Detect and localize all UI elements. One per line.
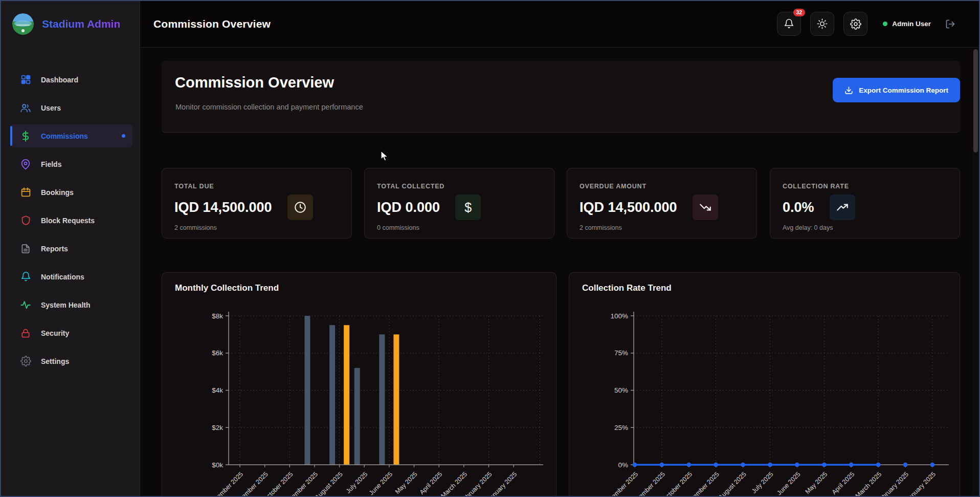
- topbar-title: Commission Overview: [153, 0, 271, 48]
- svg-text:0%: 0%: [618, 461, 628, 469]
- sidebar-item-block-requests[interactable]: Block Requests: [11, 209, 132, 232]
- stat-value: 0.0%: [783, 200, 814, 215]
- dollar-icon: [20, 131, 31, 142]
- sidebar-item-label: Fields: [41, 160, 61, 168]
- sidebar-item-system-health[interactable]: System Health: [11, 293, 132, 316]
- main-content: Commission Overview Monitor commission c…: [140, 48, 970, 497]
- map-pin-icon: [20, 159, 31, 170]
- svg-text:$4k: $4k: [212, 386, 223, 394]
- stat-label: TOTAL DUE: [174, 183, 351, 190]
- sidebar-item-dashboard[interactable]: Dashboard: [11, 68, 132, 91]
- online-status-dot: [883, 21, 887, 26]
- svg-text:$8k: $8k: [212, 312, 223, 320]
- download-icon: [844, 86, 853, 95]
- stat-card-collection-rate: COLLECTION RATE 0.0% Avg delay: 0 days: [770, 168, 960, 239]
- logout-icon: [945, 19, 955, 29]
- trend-down-icon: [693, 195, 718, 220]
- stat-card-total-collected: TOTAL COLLECTED IQD 0.000 $ 0 commission…: [364, 168, 554, 239]
- active-indicator-dot: [122, 134, 125, 138]
- svg-text:May 2025: May 2025: [804, 470, 829, 495]
- stat-value: IQD 14,500.000: [174, 200, 272, 215]
- svg-text:December 2025: December 2025: [602, 470, 639, 497]
- sidebar-item-label: Reports: [41, 245, 68, 253]
- svg-text:$2k: $2k: [212, 424, 223, 431]
- bell-icon: [784, 18, 794, 29]
- grid-icon: [20, 74, 31, 85]
- sidebar-item-commissions[interactable]: Commissions: [11, 124, 132, 147]
- document-icon: [20, 243, 31, 254]
- stat-card-total-due: TOTAL DUE IQD 14,500.000 2 commissions: [162, 168, 352, 239]
- sidebar-item-bookings[interactable]: Bookings: [11, 181, 132, 204]
- sidebar-item-label: Bookings: [41, 188, 74, 197]
- monthly-collection-trend-card: Monthly Collection Trend $8k$6k$4k$2k$0k…: [162, 272, 556, 497]
- svg-text:50%: 50%: [614, 386, 628, 394]
- svg-text:December 2025: December 2025: [207, 470, 244, 497]
- notifications-button[interactable]: 32: [777, 12, 801, 36]
- sun-icon: [817, 18, 828, 29]
- svg-text:October 2025: October 2025: [661, 470, 693, 497]
- monthly-collection-bar-chart: $8k$6k$4k$2k$0kDecember 2025November 202…: [162, 273, 556, 497]
- stat-label: COLLECTION RATE: [783, 183, 960, 190]
- logout-button[interactable]: [945, 19, 955, 29]
- sidebar-item-notifications[interactable]: Notifications: [11, 265, 132, 288]
- clock-icon: [287, 195, 313, 220]
- stadium-logo-icon: [12, 13, 34, 35]
- svg-text:August 2025: August 2025: [314, 470, 344, 497]
- svg-text:$0k: $0k: [212, 461, 223, 469]
- stat-label: TOTAL COLLECTED: [377, 183, 554, 190]
- sidebar-item-label: Security: [41, 329, 69, 337]
- collection-rate-trend-card: Collection Rate Trend 100%75%50%25%0%Dec…: [569, 272, 960, 497]
- page-title: Commission Overview: [175, 74, 334, 91]
- page-subtitle: Monitor commission collection and paymen…: [175, 103, 363, 111]
- sidebar: Dashboard Users Commissions Fields: [0, 48, 140, 497]
- collection-rate-line-chart: 100%75%50%25%0%December 2025November 202…: [569, 273, 960, 497]
- sidebar-item-security[interactable]: Security: [11, 321, 132, 344]
- svg-text:July 2025: July 2025: [750, 470, 775, 495]
- gear-icon: [850, 18, 861, 30]
- calendar-icon: [20, 187, 31, 198]
- sidebar-item-label: Dashboard: [41, 76, 78, 84]
- sidebar-item-users[interactable]: Users: [11, 96, 132, 119]
- export-commission-report-button[interactable]: Export Commission Report: [833, 78, 960, 102]
- svg-text:May 2025: May 2025: [394, 470, 419, 495]
- sidebar-item-reports[interactable]: Reports: [11, 237, 132, 260]
- lock-icon: [20, 328, 31, 339]
- svg-text:July 2025: July 2025: [345, 470, 369, 495]
- sidebar-item-settings[interactable]: Settings: [11, 350, 132, 373]
- scrollbar-thumb[interactable]: [973, 49, 978, 153]
- sidebar-item-label: Settings: [41, 357, 69, 365]
- svg-text:August 2025: August 2025: [717, 470, 748, 497]
- stat-label: OVERDUE AMOUNT: [580, 183, 756, 190]
- sidebar-item-label: Users: [41, 104, 61, 112]
- users-icon: [20, 102, 31, 114]
- notification-badge: 32: [793, 9, 806, 16]
- svg-text:June 2025: June 2025: [775, 470, 801, 496]
- sidebar-item-fields[interactable]: Fields: [11, 153, 132, 176]
- shield-icon: [20, 215, 31, 226]
- settings-button[interactable]: [843, 12, 867, 36]
- stat-value: IQD 0.000: [377, 200, 440, 215]
- user-chip[interactable]: Admin User: [883, 20, 931, 28]
- svg-text:$6k: $6k: [212, 349, 223, 357]
- sidebar-item-label: Commissions: [41, 132, 88, 140]
- sidebar-item-label: Notifications: [41, 273, 84, 281]
- stat-sub: 0 commissions: [377, 224, 554, 231]
- svg-text:March 2025: March 2025: [439, 470, 469, 497]
- user-name: Admin User: [892, 20, 931, 28]
- stat-value: IQD 14,500.000: [580, 200, 677, 215]
- svg-text:April 2025: April 2025: [831, 470, 856, 496]
- stat-sub: Avg delay: 0 days: [783, 224, 960, 231]
- brand: Stadium Admin: [0, 0, 140, 48]
- svg-text:March 2025: March 2025: [854, 470, 883, 497]
- page-header-panel: Commission Overview Monitor commission c…: [162, 61, 960, 133]
- pulse-icon: [20, 299, 31, 311]
- top-bar: Stadium Admin Commission Overview 32: [0, 0, 980, 48]
- svg-text:June 2025: June 2025: [368, 470, 394, 496]
- dollar-icon: $: [455, 195, 481, 220]
- trend-up-icon: [830, 195, 855, 220]
- vertical-scrollbar: [973, 49, 978, 495]
- gear-icon: [20, 356, 31, 367]
- theme-toggle-button[interactable]: [810, 12, 834, 36]
- sidebar-item-label: Block Requests: [41, 217, 95, 225]
- bell-icon: [20, 271, 31, 283]
